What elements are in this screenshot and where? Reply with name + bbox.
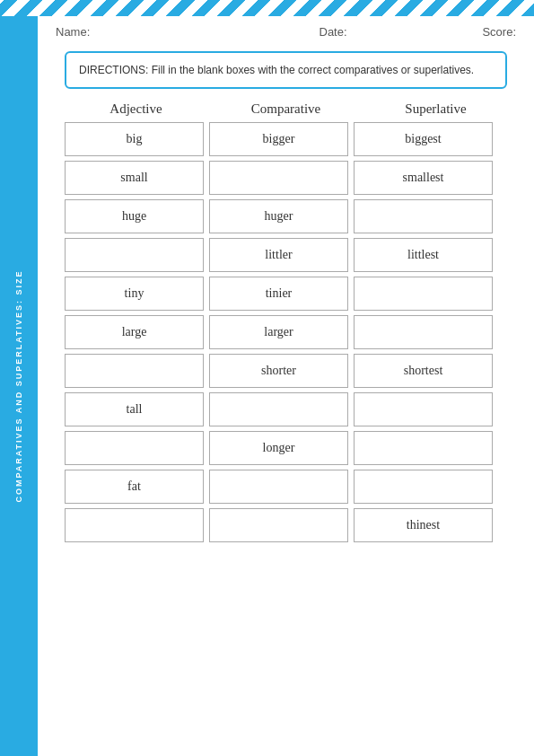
cell-adjective-10 bbox=[65, 508, 204, 542]
cell-comparative-2: huger bbox=[209, 199, 348, 233]
cell-adjective-1: small bbox=[65, 161, 204, 195]
cell-superlative-2 bbox=[354, 199, 493, 233]
cell-adjective-0: big bbox=[65, 122, 204, 156]
cell-superlative-5 bbox=[354, 315, 493, 349]
name-value bbox=[93, 25, 190, 39]
table-container: Adjective Comparative Superlative bigbig… bbox=[56, 101, 516, 542]
cell-superlative-0: biggest bbox=[354, 122, 493, 156]
cell-comparative-5: larger bbox=[209, 315, 348, 349]
cell-superlative-6: shortest bbox=[354, 354, 493, 388]
col-comparative: Comparative bbox=[216, 101, 355, 117]
sidebar-label: COMPARATIVES AND SUPERLATIVES: SIZE bbox=[14, 269, 23, 502]
date-value bbox=[350, 25, 402, 39]
table-row: smallsmallest bbox=[65, 161, 507, 195]
cell-adjective-2: huge bbox=[65, 199, 204, 233]
cell-comparative-0: bigger bbox=[209, 122, 348, 156]
score-label: Score: bbox=[462, 25, 516, 39]
table-row: thinest bbox=[65, 508, 507, 542]
cell-adjective-8 bbox=[65, 431, 204, 465]
cell-comparative-6: shorter bbox=[209, 354, 348, 388]
cell-comparative-10 bbox=[209, 508, 348, 542]
cell-comparative-3: littler bbox=[209, 238, 348, 272]
stripe-header bbox=[0, 0, 534, 16]
cell-superlative-4 bbox=[354, 277, 493, 311]
table-row: bigbiggerbiggest bbox=[65, 122, 507, 156]
table-row: largelarger bbox=[65, 315, 507, 349]
cell-adjective-3 bbox=[65, 238, 204, 272]
cell-superlative-1: smallest bbox=[354, 161, 493, 195]
cell-superlative-3: littlest bbox=[354, 238, 493, 272]
cell-comparative-4: tinier bbox=[209, 277, 348, 311]
header-row: Name: Date: Score: bbox=[56, 16, 516, 46]
table-row: tall bbox=[65, 392, 507, 426]
date-label: Date: bbox=[259, 25, 463, 39]
table-row: longer bbox=[65, 431, 507, 465]
directions-text: DIRECTIONS: Fill in the blank boxes with… bbox=[79, 64, 474, 76]
column-headers: Adjective Comparative Superlative bbox=[65, 101, 507, 117]
cell-superlative-8 bbox=[354, 431, 493, 465]
cell-adjective-4: tiny bbox=[65, 277, 204, 311]
cell-superlative-9 bbox=[354, 470, 493, 504]
cell-superlative-10: thinest bbox=[354, 508, 493, 542]
table-row: littlerlittlest bbox=[65, 238, 507, 272]
table-row: tinytinier bbox=[65, 277, 507, 311]
cell-adjective-9: fat bbox=[65, 470, 204, 504]
col-adjective: Adjective bbox=[66, 101, 206, 117]
directions-box: DIRECTIONS: Fill in the blank boxes with… bbox=[65, 51, 507, 89]
table-row: shortershortest bbox=[65, 354, 507, 388]
cell-superlative-7 bbox=[354, 392, 493, 426]
rows-area: bigbiggerbiggestsmallsmallesthugehugerli… bbox=[65, 122, 507, 542]
cell-adjective-5: large bbox=[65, 315, 204, 349]
cell-adjective-6 bbox=[65, 354, 204, 388]
sidebar: COMPARATIVES AND SUPERLATIVES: SIZE bbox=[0, 16, 38, 756]
cell-comparative-9 bbox=[209, 470, 348, 504]
cell-comparative-8: longer bbox=[209, 431, 348, 465]
table-row: fat bbox=[65, 470, 507, 504]
table-row: hugehuger bbox=[65, 199, 507, 233]
cell-adjective-7: tall bbox=[65, 392, 204, 426]
name-label: Name: bbox=[56, 25, 259, 39]
cell-comparative-1 bbox=[209, 161, 348, 195]
cell-comparative-7 bbox=[209, 392, 348, 426]
main-content: Name: Date: Score: DIRECTIONS: Fill in t… bbox=[38, 16, 534, 756]
col-superlative: Superlative bbox=[366, 101, 505, 117]
